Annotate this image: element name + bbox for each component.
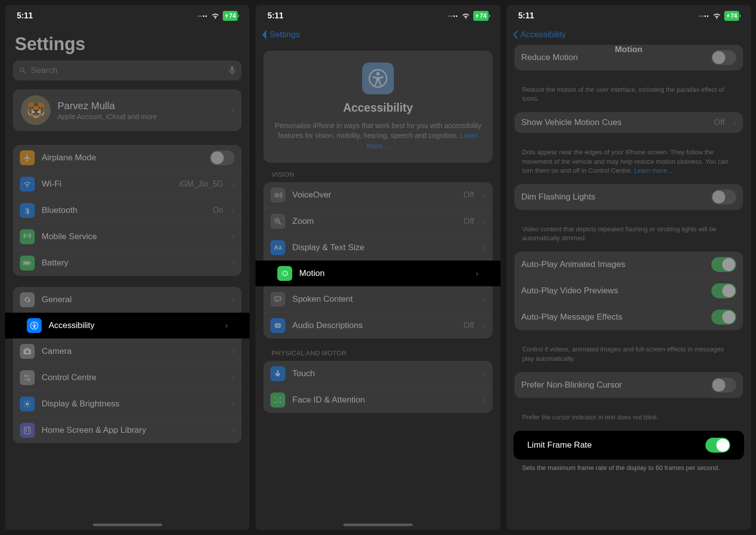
battery-icon <box>20 256 35 270</box>
dim-flashing-toggle[interactable] <box>711 190 736 204</box>
svg-rect-2 <box>24 262 29 265</box>
battery-badge: 74 <box>724 11 739 21</box>
vision-group-2: Spoken Content › AD Audio Descriptions O… <box>263 286 492 338</box>
status-bar: 5:11 74 <box>255 5 500 25</box>
svg-point-37 <box>278 298 279 299</box>
motion-row[interactable]: Motion › <box>270 261 485 286</box>
wifi-row-icon <box>20 177 35 192</box>
autoplay-footer: Control if videos, animated images and f… <box>506 341 751 372</box>
general-row[interactable]: General › <box>13 287 242 313</box>
vision-group: VoiceOver Off › Zoom Off › AA Display & … <box>263 182 492 261</box>
spoken-content-row[interactable]: Spoken Content › <box>263 286 492 313</box>
camera-icon <box>20 344 35 359</box>
speech-icon <box>270 292 285 307</box>
svg-rect-24 <box>28 430 29 431</box>
status-time: 5:11 <box>518 11 534 20</box>
cellular-icon <box>699 15 708 17</box>
learn-more-link[interactable]: Learn more... <box>632 167 672 174</box>
home-screen-row[interactable]: Home Screen & App Library › <box>13 417 242 443</box>
apple-account-row[interactable]: 🐯 Parvez Mulla Apple Account, iCloud and… <box>13 89 242 131</box>
limit-frame-rate-toggle[interactable] <box>705 438 730 453</box>
touch-row[interactable]: Touch › <box>263 361 492 387</box>
airplane-toggle[interactable] <box>210 150 235 165</box>
voiceover-row[interactable]: VoiceOver Off › <box>263 182 492 208</box>
physical-motor-group: Touch › Face ID & Attention › <box>263 361 492 413</box>
chevron-right-icon: › <box>483 243 485 252</box>
chevron-right-icon: › <box>232 180 235 189</box>
svg-point-41 <box>276 399 277 400</box>
accessibility-row-highlight: Accessibility › <box>5 313 250 338</box>
chevron-right-icon: › <box>232 232 235 241</box>
cursor-group: Prefer Non-Blinking Cursor <box>514 372 743 398</box>
accessibility-row[interactable]: Accessibility › <box>20 313 235 338</box>
display-brightness-row[interactable]: Display & Brightness › <box>13 391 242 417</box>
dim-flashing-footer: Video content that depicts repeated flas… <box>506 221 751 252</box>
mic-icon[interactable] <box>229 66 236 75</box>
faceid-icon <box>270 393 285 407</box>
autoplay-images-toggle[interactable] <box>711 257 736 272</box>
display-text-row[interactable]: AA Display & Text Size › <box>263 235 492 261</box>
voiceover-icon <box>270 188 285 202</box>
chevron-right-icon: › <box>232 426 235 435</box>
vehicle-motion-row[interactable]: Show Vehicle Motion Cues Off › <box>514 112 743 133</box>
profile-name: Parvez Mulla <box>58 100 224 112</box>
home-indicator[interactable] <box>343 524 413 526</box>
reduce-motion-group: Reduce Motion <box>514 45 743 70</box>
cursor-toggle[interactable] <box>711 378 736 393</box>
reduce-motion-row[interactable]: Reduce Motion <box>514 45 743 70</box>
wifi-row[interactable]: Wi-Fi iGM_Jio_5G › <box>13 171 242 198</box>
control-centre-row[interactable]: Control Centre › <box>13 365 242 391</box>
cursor-row[interactable]: Prefer Non-Blinking Cursor <box>514 372 743 398</box>
reduce-motion-footer: Reduce the motion of the user interface,… <box>506 81 751 112</box>
screenshot-settings-root: 5:11 74 Settings Search 🐯 Parvez Mulla A… <box>5 5 250 530</box>
cursor-footer: Prefer the cursor indicator in text does… <box>506 409 751 431</box>
sliders-icon <box>20 370 35 385</box>
autoplay-video-toggle[interactable] <box>711 283 736 298</box>
svg-line-19 <box>29 401 30 402</box>
autoplay-messages-row[interactable]: Auto-Play Message Effects <box>514 304 743 330</box>
home-indicator[interactable] <box>93 524 162 526</box>
chevron-right-icon: › <box>483 321 485 330</box>
svg-rect-22 <box>28 428 29 429</box>
chevron-right-icon: › <box>476 269 478 278</box>
battery-row[interactable]: Battery › <box>13 250 242 276</box>
section-vision: VISION <box>255 171 500 182</box>
avatar: 🐯 <box>21 95 51 125</box>
autoplay-messages-toggle[interactable] <box>711 310 736 325</box>
airplane-mode-row[interactable]: Airplane Mode <box>13 145 242 171</box>
faceid-row[interactable]: Face ID & Attention › <box>263 387 492 413</box>
autoplay-images-row[interactable]: Auto-Play Animated Images <box>514 252 743 278</box>
svg-line-17 <box>29 406 30 407</box>
camera-row[interactable]: Camera › <box>13 338 242 365</box>
mobile-service-row[interactable]: Mobile Service › <box>13 224 242 250</box>
status-time: 5:11 <box>17 11 33 20</box>
motion-icon <box>277 266 292 281</box>
zoom-icon <box>270 214 285 229</box>
svg-point-38 <box>279 298 280 299</box>
svg-point-26 <box>377 72 380 76</box>
limit-frame-rate-row[interactable]: Limit Frame Rate <box>513 431 744 460</box>
cellular-icon <box>198 15 207 17</box>
wifi-icon <box>461 12 470 19</box>
search-input[interactable]: Search <box>13 61 242 80</box>
audio-descriptions-row[interactable]: AD Audio Descriptions Off › <box>263 313 492 338</box>
status-bar: 5:11 74 <box>506 5 751 25</box>
accessibility-icon <box>27 318 42 333</box>
dim-flashing-row[interactable]: Dim Flashing Lights <box>514 184 743 210</box>
back-button[interactable]: Settings <box>255 25 500 45</box>
zoom-row[interactable]: Zoom Off › <box>263 208 492 235</box>
chevron-right-icon: › <box>483 396 485 404</box>
status-bar: 5:11 74 <box>5 5 250 25</box>
svg-line-18 <box>25 406 26 407</box>
battery-badge: 74 <box>473 11 488 21</box>
reduce-motion-toggle[interactable] <box>711 50 736 65</box>
bluetooth-row[interactable]: Bluetooth On › <box>13 198 242 224</box>
back-button[interactable]: Accessibility <box>506 25 751 45</box>
header-body: Personalise iPhone in ways that work bes… <box>275 122 481 139</box>
vehicle-motion-footer: Dots appear near the edges of your iPhon… <box>506 144 751 184</box>
svg-rect-20 <box>24 427 30 434</box>
chevron-right-icon: › <box>225 321 228 330</box>
chevron-right-icon: › <box>483 369 485 378</box>
autoplay-video-row[interactable]: Auto-Play Video Previews <box>514 278 743 304</box>
cellular-icon <box>448 15 457 17</box>
